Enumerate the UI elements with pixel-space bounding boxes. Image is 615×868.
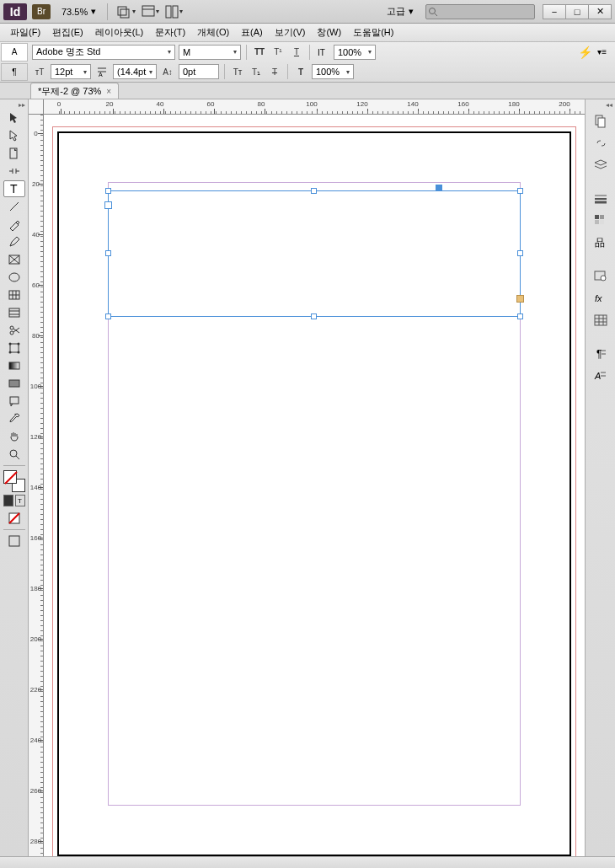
- resize-handle[interactable]: [517, 250, 523, 256]
- horizontal-grid-tool[interactable]: [3, 304, 25, 321]
- format-container-icon[interactable]: [3, 495, 13, 506]
- table-panel-icon[interactable]: [590, 311, 612, 330]
- apply-none-button[interactable]: [3, 510, 25, 527]
- subscript-button[interactable]: T₁: [249, 64, 264, 79]
- rectangle-frame-tool[interactable]: [3, 251, 25, 268]
- resize-handle[interactable]: [105, 250, 111, 256]
- menu-object[interactable]: 개체(O): [192, 24, 234, 40]
- layers-panel-icon[interactable]: [590, 156, 612, 174]
- ruler-origin[interactable]: [29, 99, 44, 115]
- all-caps-button[interactable]: TT: [252, 45, 267, 60]
- format-affects-container[interactable]: T: [3, 495, 25, 506]
- zoom-dropdown[interactable]: 73.5% ▾: [57, 4, 100, 19]
- close-tab-icon[interactable]: ×: [106, 87, 111, 96]
- text-frame[interactable]: [108, 190, 521, 317]
- horiz-scale-combo[interactable]: 100%▾: [312, 64, 354, 79]
- text-in-port[interactable]: [104, 201, 112, 209]
- collapse-toolbox-icon[interactable]: ▸▸: [19, 101, 28, 109]
- swatches-panel-icon[interactable]: [590, 212, 612, 230]
- stroke-panel-icon[interactable]: [590, 190, 612, 208]
- effects-panel-icon[interactable]: fx: [590, 289, 612, 308]
- vert-scale-combo[interactable]: 100%▾: [334, 45, 376, 60]
- links-panel-icon[interactable]: [590, 134, 612, 153]
- fill-swatch[interactable]: [3, 470, 17, 484]
- menu-type[interactable]: 문자(T): [150, 24, 190, 40]
- scissors-tool[interactable]: [3, 322, 25, 339]
- font-size-combo[interactable]: 12pt▾: [51, 64, 91, 79]
- menu-window[interactable]: 창(W): [312, 24, 346, 40]
- document-tab[interactable]: *무제-2 @ 73% ×: [30, 83, 119, 99]
- character-mode-button[interactable]: A: [1, 43, 28, 62]
- vertical-ruler[interactable]: 0 20 40 60 80 100 120 140 160 180 200 22…: [29, 115, 44, 856]
- svg-point-18: [9, 273, 19, 281]
- canvas[interactable]: 0 20 40 60 80 100 120 140 160 180 200 0 …: [29, 99, 585, 856]
- menu-table[interactable]: 표(A): [236, 24, 268, 40]
- page-tool[interactable]: [3, 145, 25, 162]
- chevron-down-icon: ▾: [409, 6, 414, 17]
- baseline-shift-combo[interactable]: 0pt: [179, 64, 219, 79]
- text-out-port[interactable]: [516, 295, 524, 303]
- line-tool[interactable]: [3, 198, 25, 215]
- horizontal-ruler[interactable]: 0 20 40 60 80 100 120 140 160 180 200: [44, 99, 585, 115]
- font-style-combo[interactable]: M▾: [179, 45, 241, 60]
- resize-handle[interactable]: [105, 313, 111, 319]
- search-field[interactable]: [425, 4, 535, 19]
- menu-edit[interactable]: 편집(E): [47, 24, 88, 40]
- cjk-panel-icon[interactable]: 品: [590, 233, 612, 252]
- table-mini-tool[interactable]: [3, 287, 25, 303]
- character-styles-panel-icon[interactable]: A: [590, 367, 612, 385]
- menu-layout[interactable]: 레이아웃(L): [90, 24, 148, 40]
- menu-help[interactable]: 도움말(H): [348, 24, 398, 40]
- pen-tool[interactable]: [3, 216, 25, 233]
- format-text-icon[interactable]: T: [15, 495, 25, 506]
- minimize-button[interactable]: −: [543, 4, 566, 19]
- eyedropper-tool[interactable]: [3, 410, 25, 427]
- expand-panels-icon[interactable]: ◂◂: [586, 101, 615, 109]
- object-styles-panel-icon[interactable]: [590, 267, 612, 286]
- arrange-docs-icon[interactable]: ▾: [164, 3, 183, 20]
- viewport[interactable]: [44, 115, 585, 856]
- free-transform-tool[interactable]: [3, 340, 25, 356]
- pages-panel-icon[interactable]: [590, 112, 612, 131]
- ellipse-tool[interactable]: [3, 269, 25, 286]
- direct-selection-tool[interactable]: [3, 127, 25, 144]
- screen-mode-icon[interactable]: ▾: [141, 3, 159, 20]
- bridge-badge[interactable]: Br: [32, 4, 51, 19]
- paragraph-mode-button[interactable]: ¶: [1, 63, 28, 82]
- hand-tool[interactable]: [3, 428, 25, 445]
- gap-tool[interactable]: [3, 163, 25, 179]
- svg-point-26: [10, 331, 13, 335]
- quick-apply-icon[interactable]: ⚡: [578, 46, 592, 59]
- underline-button[interactable]: T: [289, 45, 304, 60]
- workspace-switcher[interactable]: 고급 ▾: [382, 3, 419, 19]
- gradient-swatch-tool[interactable]: [3, 357, 25, 374]
- strikethrough-button[interactable]: T: [267, 64, 282, 79]
- close-button[interactable]: ✕: [588, 4, 612, 19]
- fill-stroke-swatch[interactable]: [3, 470, 25, 492]
- superscript-button[interactable]: T¹: [270, 45, 286, 60]
- note-tool[interactable]: [3, 393, 25, 410]
- pencil-tool[interactable]: [3, 233, 25, 250]
- zoom-tool[interactable]: [3, 446, 25, 463]
- frame-anchor-icon[interactable]: [436, 185, 442, 191]
- menu-file[interactable]: 파일(F): [5, 24, 45, 40]
- resize-handle[interactable]: [517, 313, 523, 319]
- svg-point-31: [8, 343, 11, 346]
- view-options-icon[interactable]: ▾: [117, 3, 136, 20]
- resize-handle[interactable]: [517, 188, 523, 194]
- paragraph-styles-panel-icon[interactable]: ¶: [590, 345, 612, 363]
- small-caps-button[interactable]: Tт: [230, 64, 245, 79]
- selection-tool[interactable]: [3, 110, 25, 126]
- menu-view[interactable]: 보기(V): [270, 24, 311, 40]
- page[interactable]: [57, 131, 571, 856]
- leading-combo[interactable]: (14.4pt▾: [113, 64, 157, 79]
- type-tool[interactable]: T: [3, 180, 25, 197]
- resize-handle[interactable]: [105, 188, 111, 194]
- resize-handle[interactable]: [311, 188, 317, 194]
- resize-handle[interactable]: [311, 313, 317, 319]
- gradient-feather-tool[interactable]: [3, 375, 25, 392]
- font-family-combo[interactable]: Adobe 명조 Std▾: [32, 45, 175, 60]
- view-mode-button[interactable]: [3, 533, 25, 549]
- panel-menu-icon[interactable]: ▾≡: [597, 47, 607, 56]
- maximize-button[interactable]: □: [565, 4, 589, 19]
